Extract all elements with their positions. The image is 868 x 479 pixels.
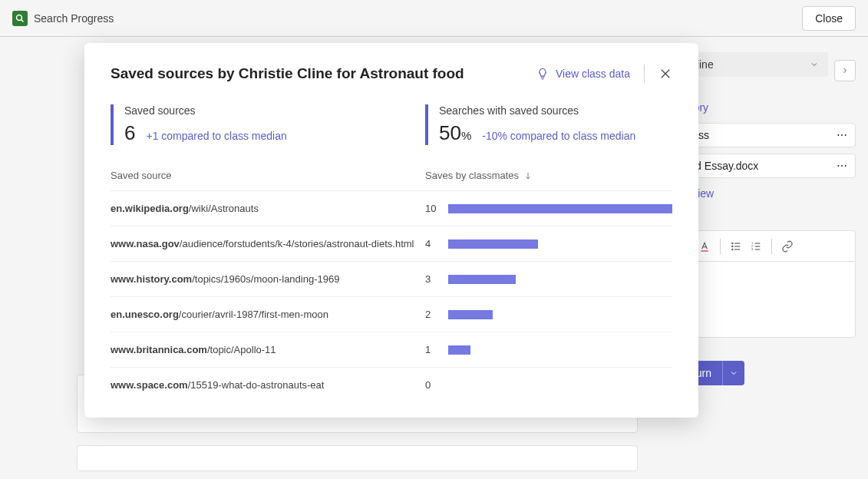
svg-point-12: [732, 249, 733, 249]
sort-down-icon: [523, 171, 533, 180]
saves-bar-cell: [448, 345, 672, 355]
saves-bar: [448, 275, 516, 284]
app-title: Search Progress: [34, 12, 114, 25]
saves-count: 4: [425, 238, 448, 249]
saves-bar: [448, 240, 538, 249]
saves-bar-cell: [448, 275, 672, 284]
source-cell: www.nasa.gov/audience/forstudents/k-4/st…: [111, 238, 425, 249]
saves-count: 2: [425, 309, 448, 320]
link-icon[interactable]: [780, 239, 795, 254]
source-cell: www.britannica.com/topic/Apollo-11: [111, 344, 425, 355]
stat-delta: -10% compared to class median: [482, 130, 635, 142]
table-row[interactable]: en.unesco.org/courier/avril-1987/first-m…: [111, 296, 672, 332]
saves-bar-cell: [448, 240, 672, 249]
stat-delta: +1 compared to class median: [146, 130, 286, 142]
source-cell: www.space.com/15519-what-do-astronauts-e…: [111, 379, 425, 391]
svg-line-1: [21, 19, 24, 21]
view-class-data-label: View class data: [556, 68, 630, 80]
more-icon[interactable]: ⋯: [837, 160, 847, 172]
chevron-down-icon: [810, 60, 819, 69]
modal-close-button[interactable]: [658, 67, 672, 81]
modal-title: Saved sources by Christie Cline for Astr…: [111, 65, 536, 82]
svg-point-11: [732, 246, 733, 246]
numbered-list-icon[interactable]: 123: [748, 239, 764, 254]
saves-count: 3: [425, 273, 448, 285]
saves-count: 10: [425, 203, 448, 214]
saves-bar-cell: [448, 381, 672, 390]
more-icon[interactable]: ⋯: [837, 129, 847, 141]
next-student-button[interactable]: [834, 60, 856, 81]
saved-sources-modal: Saved sources by Christie Cline for Astr…: [84, 43, 698, 418]
saves-bar-cell: [448, 204, 672, 213]
source-cell: en.wikipedia.org/wiki/Astronauts: [111, 203, 425, 214]
font-color-icon[interactable]: [697, 239, 712, 254]
saves-count: 1: [425, 344, 448, 355]
stat-label: Searches with saved sources: [439, 104, 635, 117]
reflection-card-empty: [77, 445, 638, 471]
saves-bar-cell: [448, 310, 672, 319]
stat-value: 6: [124, 121, 135, 145]
view-class-data-link[interactable]: View class data: [536, 64, 645, 83]
saves-bar: [448, 345, 470, 355]
svg-text:3: 3: [751, 247, 754, 251]
table-row[interactable]: www.space.com/15519-what-do-astronauts-e…: [111, 367, 672, 402]
stat-label: Saved sources: [124, 104, 425, 117]
col-source-header: Saved source: [111, 170, 425, 181]
searches-saved-stat: Searches with saved sources 50% -10% com…: [425, 104, 635, 145]
table-header: Saved source Saves by classmates: [111, 160, 672, 190]
bullet-list-icon[interactable]: [728, 239, 744, 254]
svg-text:1: 1: [751, 241, 754, 245]
table-row[interactable]: www.nasa.gov/audience/forstudents/k-4/st…: [111, 226, 672, 261]
table-row[interactable]: en.wikipedia.org/wiki/Astronauts10: [111, 190, 672, 226]
sources-table-body: en.wikipedia.org/wiki/Astronauts10www.na…: [111, 190, 672, 402]
table-row[interactable]: www.history.com/topics/1960s/moon-landin…: [111, 261, 672, 296]
saves-count: 0: [425, 379, 448, 391]
table-row[interactable]: www.britannica.com/topic/Apollo-111: [111, 332, 672, 367]
source-cell: www.history.com/topics/1960s/moon-landin…: [111, 273, 425, 285]
close-button[interactable]: Close: [802, 6, 856, 31]
app-topbar: Search Progress Close: [0, 0, 868, 37]
saves-bar: [448, 204, 672, 213]
stat-value: 50%: [439, 121, 471, 145]
saves-bar: [448, 310, 493, 319]
col-saves-header[interactable]: Saves by classmates: [425, 170, 533, 181]
search-progress-app-icon: [12, 11, 28, 26]
return-dropdown-button[interactable]: [723, 361, 744, 385]
lightbulb-icon: [536, 67, 550, 81]
saved-sources-stat: Saved sources 6 +1 compared to class med…: [111, 104, 425, 145]
svg-point-0: [17, 15, 22, 20]
svg-point-10: [732, 243, 733, 243]
svg-text:2: 2: [751, 244, 754, 248]
source-cell: en.unesco.org/courier/avril-1987/first-m…: [111, 309, 425, 320]
